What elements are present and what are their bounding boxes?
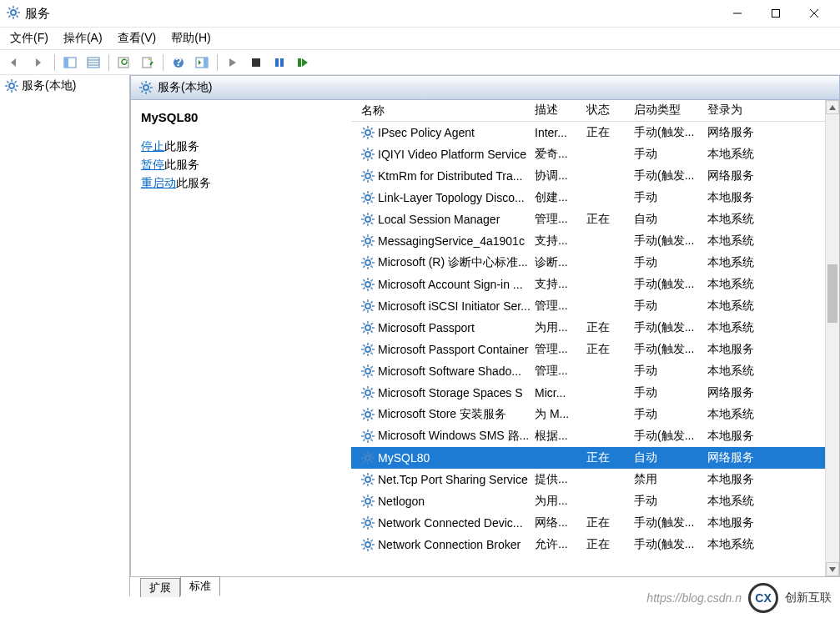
- menu-action[interactable]: 操作(A): [63, 31, 103, 46]
- cell-logon: 网络服务: [702, 168, 769, 183]
- cell-startup: 手动(触发...: [629, 277, 702, 292]
- service-row[interactable]: MessagingService_4a1901c支持...手动(触发...本地系…: [351, 230, 825, 252]
- restart-service-button[interactable]: [292, 52, 314, 73]
- menu-view[interactable]: 查看(V): [118, 31, 157, 46]
- toolbar: ?: [0, 50, 840, 75]
- service-row[interactable]: Microsoft iSCSI Initiator Ser...管理...手动本…: [351, 295, 825, 317]
- gear-icon: [361, 386, 375, 399]
- forward-button[interactable]: [28, 52, 50, 73]
- action-pane-button[interactable]: [191, 52, 213, 73]
- service-row[interactable]: Microsoft Windows SMS 路...根据...手动(触发...本…: [351, 425, 825, 447]
- cell-desc: Inter...: [530, 126, 581, 139]
- service-row[interactable]: Network Connected Devic...网络...正在手动(触发..…: [351, 512, 825, 534]
- cell-logon: 本地系统: [702, 299, 769, 314]
- cell-startup: 手动(触发...: [629, 342, 702, 357]
- nav-tree: 服务(本地): [0, 75, 130, 596]
- service-row[interactable]: IQIYI Video Platform Service爱奇...手动本地系统: [351, 143, 825, 165]
- cell-logon: 网络服务: [702, 125, 769, 140]
- gear-icon: [361, 538, 375, 551]
- cell-desc: 支持...: [530, 277, 581, 292]
- svg-point-0: [11, 10, 16, 15]
- content-header-label: 服务(本地): [158, 80, 212, 95]
- stop-service-button[interactable]: [245, 52, 267, 73]
- svg-point-42: [365, 542, 370, 547]
- properties-button[interactable]: [137, 52, 158, 73]
- stop-link[interactable]: 停止: [141, 139, 164, 153]
- cell-logon: 网络服务: [702, 385, 769, 400]
- maximize-button[interactable]: [757, 0, 795, 27]
- svg-point-35: [365, 390, 370, 395]
- service-row[interactable]: IPsec Policy AgentInter...正在手动(触发...网络服务: [351, 122, 825, 143]
- svg-point-38: [365, 455, 370, 460]
- pause-link[interactable]: 暂停: [141, 158, 164, 171]
- scroll-up-icon[interactable]: [826, 100, 839, 114]
- service-row[interactable]: KtmRm for Distributed Tra...协调...手动(触发..…: [351, 165, 825, 187]
- nav-root-item[interactable]: 服务(本地): [0, 75, 129, 97]
- service-row[interactable]: Microsoft Passport为用...正在手动(触发...本地系统: [351, 317, 825, 339]
- svg-point-37: [365, 434, 370, 439]
- cell-desc: 允许...: [530, 537, 581, 552]
- service-row[interactable]: Link-Layer Topology Disco...创建...手动本地服务: [351, 187, 825, 209]
- cell-logon: 网络服务: [702, 450, 769, 465]
- gear-icon: [361, 408, 375, 421]
- restart-link[interactable]: 重启动: [141, 176, 176, 189]
- help-button[interactable]: ?: [168, 52, 189, 73]
- cell-status: 正在: [581, 320, 629, 335]
- svg-point-34: [365, 369, 370, 374]
- content-header: 服务(本地): [130, 75, 840, 100]
- service-row[interactable]: Microsoft Passport Container管理...正在手动(触发…: [351, 339, 825, 360]
- service-row[interactable]: Network Connection Broker允许...正在手动(触发...…: [351, 534, 825, 555]
- cell-logon: 本地系统: [702, 537, 769, 552]
- grid-header: 名称 描述 状态 启动类型 登录为: [351, 100, 825, 122]
- service-row[interactable]: Net.Tcp Port Sharing Service提供...禁用本地服务: [351, 469, 825, 490]
- close-button[interactable]: [795, 0, 833, 27]
- pause-service-button[interactable]: [269, 52, 290, 73]
- export-list-button[interactable]: [83, 52, 104, 73]
- col-logon[interactable]: 登录为: [702, 100, 769, 121]
- gear-icon: [361, 299, 375, 313]
- minimize-button[interactable]: [718, 0, 757, 27]
- cell-name: Network Connection Broker: [378, 538, 521, 551]
- tab-extended[interactable]: 扩展: [140, 578, 180, 597]
- service-row[interactable]: Microsoft Store 安装服务为 M...手动本地系统: [351, 404, 825, 425]
- col-desc[interactable]: 描述: [530, 100, 581, 121]
- service-row[interactable]: Netlogon为用...手动本地系统: [351, 490, 825, 512]
- menu-help[interactable]: 帮助(H): [171, 31, 210, 46]
- cell-name: Local Session Manager: [378, 213, 500, 226]
- refresh-button[interactable]: [113, 52, 135, 73]
- cell-logon: 本地系统: [702, 255, 769, 270]
- back-button[interactable]: [5, 52, 27, 73]
- cell-startup: 手动: [629, 494, 702, 509]
- content-area: 服务(本地) MySQL80 停止此服务 暂停此服务 重启动此服务 名称 描述 …: [130, 75, 840, 596]
- service-row[interactable]: Microsoft (R) 诊断中心标准...诊断...手动本地系统: [351, 252, 825, 274]
- svg-point-26: [365, 195, 370, 200]
- cell-logon: 本地服务: [702, 515, 769, 530]
- service-row[interactable]: Local Session Manager管理...正在自动本地系统: [351, 209, 825, 230]
- service-row[interactable]: Microsoft Account Sign-in ...支持...手动(触发.…: [351, 274, 825, 295]
- cell-name: IQIYI Video Platform Service: [378, 148, 526, 161]
- scroll-track[interactable]: [826, 114, 839, 562]
- scrollbar[interactable]: [825, 100, 839, 576]
- start-service-button[interactable]: [222, 52, 244, 73]
- scroll-down-icon[interactable]: [826, 562, 839, 576]
- gear-icon: [361, 278, 375, 291]
- cell-status: 正在: [581, 515, 629, 530]
- col-name[interactable]: 名称: [356, 103, 385, 118]
- col-startup[interactable]: 启动类型: [629, 100, 702, 121]
- service-row[interactable]: MySQL80正在自动网络服务: [351, 447, 825, 469]
- col-status[interactable]: 状态: [581, 100, 629, 121]
- gear-icon: [361, 473, 375, 486]
- view-tabs: 扩展 标准: [130, 576, 840, 596]
- cell-logon: 本地系统: [702, 364, 769, 379]
- show-hide-tree-button[interactable]: [59, 52, 81, 73]
- selected-service-title: MySQL80: [141, 110, 341, 124]
- gear-icon: [361, 213, 375, 226]
- grid-body[interactable]: IPsec Policy AgentInter...正在手动(触发...网络服务…: [351, 122, 825, 576]
- gear-icon: [361, 451, 375, 465]
- tab-standard[interactable]: 标准: [180, 576, 220, 596]
- menu-file[interactable]: 文件(F): [10, 31, 48, 46]
- service-row[interactable]: Microsoft Storage Spaces SMicr...手动网络服务: [351, 382, 825, 404]
- scroll-thumb[interactable]: [827, 264, 837, 323]
- cell-startup: 手动(触发...: [629, 320, 702, 335]
- service-row[interactable]: Microsoft Software Shado...管理...手动本地系统: [351, 360, 825, 382]
